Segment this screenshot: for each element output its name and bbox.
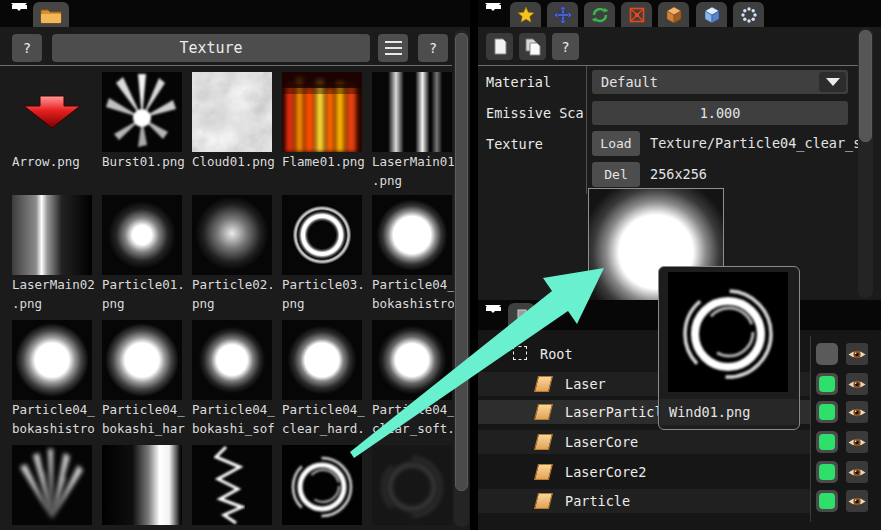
material-label: Material xyxy=(486,74,584,90)
render-toggle[interactable] xyxy=(816,490,838,512)
eye-icon xyxy=(847,348,867,361)
render-toggle[interactable] xyxy=(816,431,838,453)
node-tree-tab[interactable] xyxy=(508,303,535,330)
texture-thumb-lightning[interactable] xyxy=(192,445,272,525)
texture-item[interactable]: Particle01. png xyxy=(102,195,182,312)
render-toggle[interactable] xyxy=(816,343,838,365)
tab-generation[interactable] xyxy=(733,2,764,27)
tab-position[interactable] xyxy=(547,2,578,27)
tree-node-lasercore2[interactable]: LaserCore2 xyxy=(478,460,810,484)
texture-thumb-wind01[interactable] xyxy=(282,445,362,525)
texture-thumb-particle04[interactable] xyxy=(282,320,362,400)
texture-thumb-cloud[interactable] xyxy=(192,72,272,152)
texture-thumb-particle02[interactable] xyxy=(192,195,272,275)
emissive-scaling-input[interactable]: 1.000 xyxy=(592,101,848,125)
help-button[interactable]: ? xyxy=(552,33,579,60)
texture-thumb-gradient[interactable] xyxy=(102,445,182,525)
render-toggle[interactable] xyxy=(816,373,838,395)
texture-item[interactable]: Particle04_ clear_hard. xyxy=(282,320,362,437)
texture-item[interactable]: Cloud01.png xyxy=(192,72,272,189)
texture-thumb-particle04[interactable] xyxy=(192,320,272,400)
eye-icon xyxy=(847,466,867,479)
visibility-toggle[interactable] xyxy=(846,490,868,512)
folder-node-icon xyxy=(534,434,553,450)
texture-item[interactable]: Particle03. png xyxy=(282,195,362,312)
collapse-panel-icon[interactable] xyxy=(485,307,503,323)
texture-item[interactable] xyxy=(192,445,272,525)
particle-dots-icon xyxy=(740,6,758,24)
rotate-arrows-icon xyxy=(591,6,609,24)
tree-node-lasercore[interactable]: LaserCore xyxy=(478,430,810,454)
visibility-toggle[interactable] xyxy=(846,401,868,423)
copy-icon xyxy=(492,38,508,56)
visibility-toggle[interactable] xyxy=(846,343,868,365)
tab-scale[interactable] xyxy=(621,2,652,27)
divider xyxy=(478,65,858,66)
menu-button[interactable] xyxy=(378,34,408,62)
scrollbar-thumb[interactable] xyxy=(859,30,872,142)
tab-render-common[interactable] xyxy=(658,2,689,27)
render-toggle[interactable] xyxy=(816,461,838,483)
texture-thumb-arrow[interactable] xyxy=(12,72,92,152)
render-toggle[interactable] xyxy=(816,401,838,423)
tree-node-particle[interactable]: Particle xyxy=(478,489,810,513)
texture-item[interactable]: LaserMain01 .png xyxy=(372,72,452,189)
material-value: Default xyxy=(592,70,848,94)
divider xyxy=(586,66,587,194)
tab-renderer[interactable] xyxy=(696,2,727,27)
texture-thumb-flame[interactable] xyxy=(282,72,362,152)
help-button[interactable]: ? xyxy=(418,34,448,62)
texture-thumb-lasermain01[interactable] xyxy=(372,72,452,152)
texture-thumb-spray[interactable] xyxy=(12,445,92,525)
copy-button[interactable] xyxy=(486,33,513,60)
texture-item[interactable]: Burst01.png xyxy=(102,72,182,189)
texture-item[interactable]: Arrow.png xyxy=(12,72,92,189)
texture-thumb-particle04[interactable] xyxy=(372,195,452,275)
paste-button[interactable] xyxy=(519,33,546,60)
texture-thumb-particle04[interactable] xyxy=(102,320,182,400)
tab-rotation[interactable] xyxy=(584,2,615,27)
collapse-panel-icon[interactable] xyxy=(11,5,29,21)
texture-item[interactable]: Particle04_ bokashi_sof xyxy=(192,320,272,437)
texture-thumb-particle04[interactable] xyxy=(372,320,452,400)
tooltip-label: Wind01.png xyxy=(660,399,798,425)
texture-item[interactable] xyxy=(102,445,182,525)
texture-item[interactable]: Particle04_ bokashi_har xyxy=(102,320,182,437)
material-select[interactable]: Default xyxy=(592,70,848,94)
texture-item[interactable]: Particle04_ bokashistro xyxy=(372,195,452,312)
texture-item[interactable]: Particle04_ bokashistro xyxy=(12,320,92,437)
cube-blue-icon xyxy=(703,6,721,24)
texture-thumb-particle03[interactable] xyxy=(282,195,362,275)
texture-thumb-wind-faded[interactable] xyxy=(372,445,452,525)
visibility-toggle[interactable] xyxy=(846,461,868,483)
visibility-toggle[interactable] xyxy=(846,431,868,453)
texture-thumb-particle01[interactable] xyxy=(102,195,182,275)
texture-item[interactable]: Particle02. png xyxy=(192,195,272,312)
texture-thumb-burst[interactable] xyxy=(102,72,182,152)
texture-thumb-particle04[interactable] xyxy=(12,320,92,400)
texture-title-button[interactable]: Texture xyxy=(52,34,370,62)
chevron-down-icon xyxy=(826,78,840,86)
texture-item[interactable]: Particle04_ clear_soft. xyxy=(372,320,452,437)
texture-path: Texture/Particle04_clear_soft xyxy=(650,131,858,156)
texture-panel-tabbar xyxy=(0,0,470,27)
texture-thumb-lasermain02[interactable] xyxy=(12,195,92,275)
texture-item[interactable] xyxy=(282,445,362,525)
tab-basic[interactable] xyxy=(510,2,541,27)
visibility-toggle[interactable] xyxy=(846,373,868,395)
divider xyxy=(810,336,811,522)
texture-item[interactable]: Flame01.png xyxy=(282,72,362,189)
texture-item[interactable] xyxy=(372,445,452,525)
paste-icon xyxy=(524,38,542,56)
help-button[interactable]: ? xyxy=(12,34,42,62)
del-button[interactable]: Del xyxy=(592,162,640,187)
collapse-panel-icon[interactable] xyxy=(485,5,503,21)
select-arrow-button[interactable] xyxy=(819,72,846,92)
load-button[interactable]: Load xyxy=(592,131,640,156)
root-dashed-square-icon xyxy=(513,346,527,360)
texture-panel-tab[interactable] xyxy=(33,2,69,27)
texture-item[interactable]: LaserMain02 .png xyxy=(12,195,92,312)
eye-icon xyxy=(847,406,867,419)
texture-item[interactable] xyxy=(12,445,92,525)
scrollbar-thumb[interactable] xyxy=(455,33,468,491)
